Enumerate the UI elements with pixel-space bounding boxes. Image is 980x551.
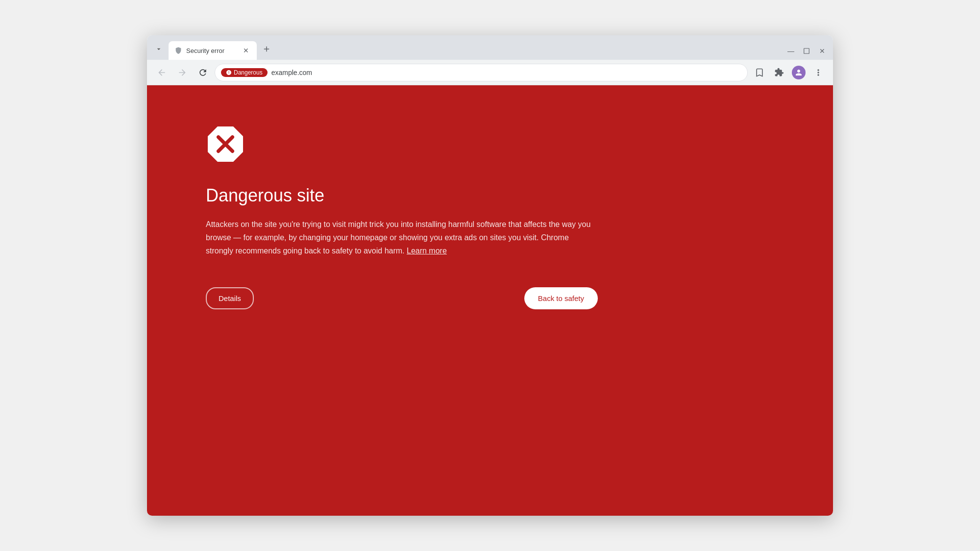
error-container: Dangerous site Attackers on the site you…: [206, 125, 598, 309]
forward-button[interactable]: [173, 64, 191, 81]
tab-close-button[interactable]: ✕: [241, 46, 251, 55]
tab-strip: Security error ✕: [151, 35, 274, 60]
back-button[interactable]: [153, 64, 171, 81]
maximize-button[interactable]: [800, 44, 813, 58]
back-to-safety-button[interactable]: Back to safety: [524, 287, 598, 309]
learn-more-link[interactable]: Learn more: [407, 247, 447, 255]
error-description: Attackers on the site you're trying to v…: [206, 218, 598, 258]
danger-octagon-icon: [206, 125, 245, 164]
security-favicon-icon: [174, 47, 182, 54]
buttons-row: Details Back to safety: [206, 287, 598, 309]
new-tab-button[interactable]: [259, 41, 274, 57]
svg-rect-0: [804, 49, 809, 54]
toolbar-right: [751, 64, 827, 81]
tab-title: Security error: [186, 47, 237, 54]
title-bar: Security error ✕ — ✕: [147, 35, 833, 60]
active-tab[interactable]: Security error ✕: [169, 41, 257, 60]
window-controls: — ✕: [780, 44, 833, 58]
minimize-button[interactable]: —: [784, 44, 798, 58]
extensions-button[interactable]: [770, 64, 788, 81]
reload-button[interactable]: [194, 64, 212, 81]
dangerous-badge-text: Dangerous: [234, 69, 263, 76]
browser-window: Security error ✕ — ✕: [147, 35, 833, 516]
dangerous-badge: Dangerous: [221, 68, 268, 77]
profile-button[interactable]: [790, 64, 808, 81]
address-bar[interactable]: Dangerous example.com: [215, 64, 748, 81]
url-text: example.com: [271, 69, 741, 76]
avatar: [792, 66, 806, 79]
details-button[interactable]: Details: [206, 287, 254, 309]
chrome-menu-button[interactable]: [151, 41, 167, 57]
error-title: Dangerous site: [206, 185, 598, 206]
page-content: Dangerous site Attackers on the site you…: [147, 85, 833, 516]
close-window-button[interactable]: ✕: [815, 44, 829, 58]
menu-button[interactable]: [809, 64, 827, 81]
bookmark-button[interactable]: [751, 64, 768, 81]
octagon-wrapper: [206, 125, 598, 166]
toolbar: Dangerous example.com: [147, 60, 833, 85]
